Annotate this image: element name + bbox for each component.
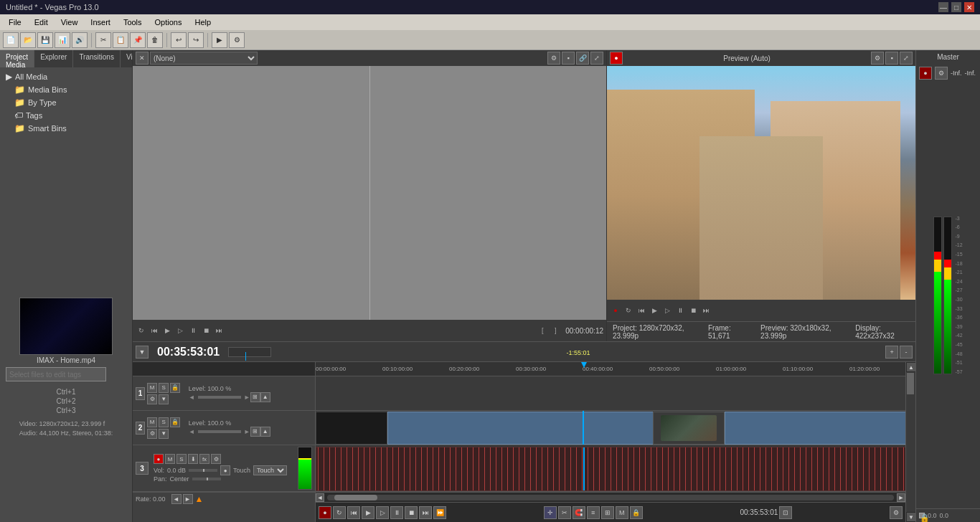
vscroll-thumb[interactable] [907,373,914,394]
track-num-1[interactable]: 1 [136,387,145,400]
tab-transitions[interactable]: Transitions [73,50,121,67]
save-button[interactable]: 💾 [37,32,53,48]
menu-file[interactable]: File [3,16,27,28]
menu-tools[interactable]: Tools [118,16,148,28]
track-settings-3[interactable]: ⚙ [211,454,221,464]
track-lock-1[interactable]: 🔒 [170,383,180,393]
prog-play-btn[interactable]: ▶ [649,305,660,316]
menu-view[interactable]: View [55,16,84,28]
clip-thumb[interactable] [653,412,725,445]
copy-button[interactable]: 📋 [113,32,128,48]
audio-clip[interactable] [316,447,905,491]
src-out-btn[interactable]: ] [550,325,561,336]
tree-all-media[interactable]: ▶ All Media [3,70,129,83]
master-solo-btn[interactable]: ● [919,67,932,80]
tl-record-btn[interactable]: ● [319,506,331,519]
tl-fw-btn[interactable]: ⏩ [433,506,446,519]
src-pause-btn[interactable]: ⏸ [187,325,199,336]
tl-select-btn[interactable]: ✛ [544,506,557,519]
prog-split-btn[interactable]: ▪ [885,52,898,65]
tags-input[interactable] [6,367,106,381]
track-mute-3[interactable]: M [165,454,175,464]
track-expand-2[interactable]: ▼ [159,429,169,439]
tl-play2-btn[interactable]: ▷ [376,506,389,519]
render-button[interactable]: ▶ [212,32,227,48]
prog-record-btn[interactable]: ● [610,52,623,65]
tl-lock-btn[interactable]: 🔒 [630,506,643,519]
clip-blue-2[interactable] [725,412,905,445]
minimize-button[interactable]: — [938,2,948,12]
menu-options[interactable]: Options [149,16,188,28]
tl-pause-btn[interactable]: ⏸ [390,506,403,519]
tl-next-btn[interactable]: ⏭ [419,506,432,519]
clip-dark-left[interactable] [316,412,387,445]
scrollbar-track[interactable] [327,495,894,500]
track-solo-1[interactable]: S [159,383,169,393]
prog-prev-btn[interactable]: ⏮ [636,305,647,316]
tree-media-bins[interactable]: 📁 Media Bins [3,83,129,96]
src-loop-btn[interactable]: ↻ [136,325,147,336]
new-button[interactable]: 📄 [3,32,19,48]
open-button[interactable]: 📂 [20,32,36,48]
cut-button[interactable]: ✂ [95,32,111,48]
scroll-left-btn[interactable]: ◄ [316,493,324,502]
track-expand-1[interactable]: ▼ [159,394,169,404]
tl-mute-btn[interactable]: M [616,506,628,519]
level-slider-2[interactable] [198,430,241,433]
menu-insert[interactable]: Insert [85,16,116,28]
prog-record-btn2[interactable]: ● [610,305,621,316]
track-btn-extra1[interactable]: ⊞ [250,392,260,402]
maximize-button[interactable]: □ [951,2,961,12]
track-solo-3[interactable]: S [176,454,187,464]
track-btn-extra4[interactable]: ▲ [260,427,270,437]
prog-settings-btn[interactable]: ⚙ [871,52,884,65]
tree-smart-bins[interactable]: 📁 Smart Bins [3,122,129,135]
menu-help[interactable]: Help [189,16,217,28]
touch-select[interactable]: Touch [253,465,287,475]
properties-button[interactable]: ⚙ [229,32,245,48]
source-close-btn[interactable]: ✕ [136,52,149,65]
src-play2-btn[interactable]: ▷ [174,325,186,336]
track-record-3[interactable]: ● [154,454,164,464]
tb-btn-4[interactable]: 📊 [55,32,70,48]
zoom-in-btn[interactable]: + [885,346,898,359]
prog-pause-btn[interactable]: ⏸ [674,305,686,316]
tl-trim-btn[interactable]: ✂ [558,506,571,519]
track-arm-3[interactable]: ⬇ [188,454,198,464]
close-button[interactable]: ✕ [964,2,974,12]
undo-button[interactable]: ↩ [171,32,187,48]
rate-left-btn[interactable]: ◄ [171,494,182,504]
menu-edit[interactable]: Edit [29,16,54,28]
paste-button[interactable]: 📌 [130,32,146,48]
track-level-slider-1[interactable]: ◄ ► ⊞ ▲ [189,392,312,402]
master-settings-btn[interactable]: ⚙ [935,67,948,80]
track-vol-btn[interactable]: ● [220,465,230,475]
scrollbar-thumb[interactable] [334,495,377,500]
vscroll-track[interactable] [906,372,915,512]
redo-button[interactable]: ↪ [188,32,204,48]
vertical-scrollbar[interactable]: ▲ ▼ [905,362,915,522]
track-mute-1[interactable]: M [147,383,157,393]
track-lock-2[interactable]: 🔒 [170,417,180,427]
track-composite-2[interactable]: ⚙ [147,429,157,439]
level-slider-1[interactable] [198,396,241,399]
scroll-up-btn[interactable]: ▲ [907,363,915,371]
source-settings-btn[interactable]: ⚙ [547,52,560,65]
track-num-2[interactable]: 2 [136,422,145,435]
src-in-btn[interactable]: [ [537,325,548,336]
prog-loop-btn[interactable]: ↻ [623,305,634,316]
pan-slider[interactable] [192,478,221,480]
horizontal-scrollbar[interactable]: ◄ ► [316,492,905,502]
src-play-btn[interactable]: ▶ [161,325,173,336]
delete-button[interactable]: 🗑 [147,32,163,48]
tree-tags[interactable]: 🏷 Tags [3,109,129,122]
track-solo-2[interactable]: S [159,417,169,427]
tl-ripple-btn[interactable]: ≡ [587,506,600,519]
tl-prev-btn[interactable]: ⏮ [347,506,360,519]
scroll-down-btn[interactable]: ▼ [907,513,915,521]
tree-by-type[interactable]: 📁 By Type [3,96,129,109]
vol-slider[interactable] [189,469,217,472]
track-btn-extra2[interactable]: ▲ [260,392,270,402]
tl-expand-btn[interactable]: ⊞ [601,506,614,519]
tl-play-btn[interactable]: ▶ [362,506,374,519]
